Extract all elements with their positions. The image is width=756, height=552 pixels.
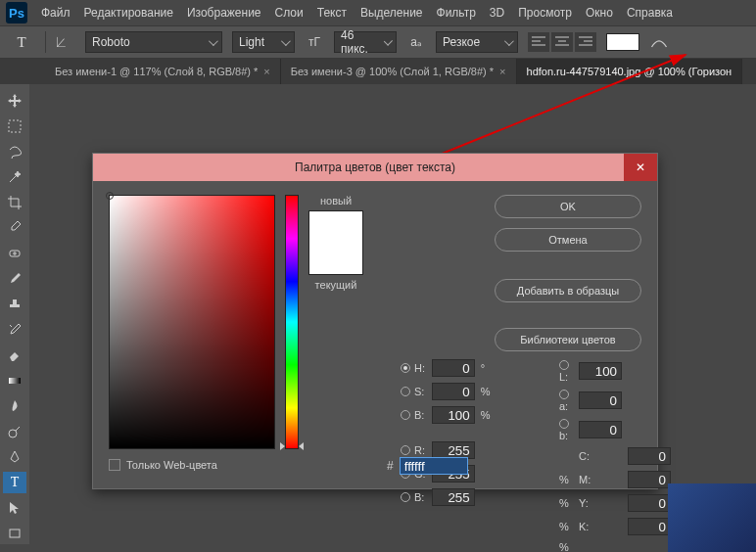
new-color-label: новый xyxy=(320,195,352,207)
radio-b2[interactable] xyxy=(559,419,569,429)
eyedropper-tool[interactable] xyxy=(3,217,26,239)
options-bar: T ⟀ Roboto Light тГ 46 пикс. aₐ Резкое xyxy=(0,25,756,59)
dialog-title: Палитра цветов (цвет текста) xyxy=(295,161,455,174)
c-input[interactable] xyxy=(628,447,671,465)
menu-file[interactable]: Файл xyxy=(41,6,71,20)
s-input[interactable] xyxy=(432,383,475,400)
lab-cmyk-values: L: a: b: C:% M:% Y:% K:% xyxy=(559,359,671,552)
k-input[interactable] xyxy=(628,518,671,535)
color-preview xyxy=(308,210,363,275)
type-tool[interactable]: T xyxy=(3,472,26,493)
menu-edit[interactable]: Редактирование xyxy=(84,6,173,20)
menu-window[interactable]: Окно xyxy=(586,6,613,20)
hue-marker xyxy=(281,442,303,450)
menu-filter[interactable]: Фильтр xyxy=(437,6,476,20)
menu-text[interactable]: Текст xyxy=(317,6,347,20)
document-tabs: Без имени-1 @ 117% (Слой 8, RGB/8#) *× Б… xyxy=(0,59,756,84)
font-weight-select[interactable]: Light xyxy=(232,31,295,53)
hex-input[interactable] xyxy=(400,457,468,475)
svg-rect-5 xyxy=(10,529,20,537)
path-select-tool[interactable] xyxy=(3,497,26,519)
dodge-tool[interactable] xyxy=(3,421,26,442)
text-align-group xyxy=(528,32,596,52)
separator xyxy=(45,31,46,53)
color-picker-dialog: Палитра цветов (цвет текста) ✕ новый тек… xyxy=(92,153,658,489)
add-swatch-button[interactable]: Добавить в образцы xyxy=(495,279,641,302)
svg-rect-3 xyxy=(9,378,21,384)
warp-text-icon[interactable] xyxy=(649,32,669,52)
close-icon[interactable]: × xyxy=(263,66,269,77)
tool-indicator[interactable]: T xyxy=(8,30,35,54)
checkbox-icon xyxy=(109,459,120,471)
sv-cursor xyxy=(106,192,114,200)
menu-bar: Ps Файл Редактирование Изображение Слои … xyxy=(0,0,756,25)
wand-tool[interactable] xyxy=(3,166,26,188)
menu-select[interactable]: Выделение xyxy=(360,6,423,20)
dialog-titlebar[interactable]: Палитра цветов (цвет текста) ✕ xyxy=(93,154,657,181)
font-family-select[interactable]: Roboto xyxy=(85,31,222,53)
menu-layers[interactable]: Слои xyxy=(275,6,304,20)
canvas-preview xyxy=(668,483,756,552)
toolbox: T xyxy=(0,84,29,544)
brush-tool[interactable] xyxy=(3,268,26,290)
menu-image[interactable]: Изображение xyxy=(187,6,261,20)
radio-h[interactable] xyxy=(401,363,410,373)
current-color-label: текущий xyxy=(315,279,357,291)
document-tab[interactable]: hdfon.ru-447579140.jpg @ 100% (Горизон xyxy=(517,59,743,84)
document-tab[interactable]: Без имени-1 @ 117% (Слой 8, RGB/8#) *× xyxy=(45,59,281,84)
svg-text:⟀: ⟀ xyxy=(57,33,66,50)
align-left-button[interactable] xyxy=(528,32,549,52)
antialias-select[interactable]: Резкое xyxy=(436,31,518,53)
hash-label: # xyxy=(387,459,394,473)
history-brush-tool[interactable] xyxy=(3,319,26,341)
app-logo: Ps xyxy=(6,2,27,23)
text-color-swatch[interactable] xyxy=(606,33,639,51)
rectangle-tool[interactable] xyxy=(3,523,26,544)
radio-s[interactable] xyxy=(401,387,410,396)
bb-input[interactable] xyxy=(432,488,475,506)
close-button[interactable]: ✕ xyxy=(624,154,657,181)
web-only-checkbox[interactable]: Только Web-цвета xyxy=(109,459,363,471)
svg-point-4 xyxy=(9,430,17,437)
pen-tool[interactable] xyxy=(3,446,26,468)
antialias-icon: aₐ xyxy=(406,32,426,52)
gradient-tool[interactable] xyxy=(3,370,26,391)
marquee-tool[interactable] xyxy=(3,115,26,137)
document-tab[interactable]: Без имени-3 @ 100% (Слой 1, RGB/8#) *× xyxy=(281,59,517,84)
menu-help[interactable]: Справка xyxy=(627,6,673,20)
hex-row: # xyxy=(387,457,468,475)
text-orientation-icon[interactable]: ⟀ xyxy=(56,32,75,52)
menu-view[interactable]: Просмотр xyxy=(518,6,572,20)
stamp-tool[interactable] xyxy=(3,294,26,315)
y-input[interactable] xyxy=(628,494,671,512)
lasso-tool[interactable] xyxy=(3,141,26,162)
l-input[interactable] xyxy=(579,362,622,380)
saturation-value-picker[interactable] xyxy=(109,195,275,449)
heal-tool[interactable] xyxy=(3,243,26,264)
hue-slider[interactable] xyxy=(285,195,299,449)
b-input[interactable] xyxy=(432,406,475,424)
a-input[interactable] xyxy=(579,391,622,409)
cancel-button[interactable]: Отмена xyxy=(495,228,641,252)
move-tool[interactable] xyxy=(3,90,26,112)
m-input[interactable] xyxy=(628,471,671,488)
eraser-tool[interactable] xyxy=(3,345,26,366)
align-right-button[interactable] xyxy=(575,32,596,52)
font-size-select[interactable]: 46 пикс. xyxy=(334,31,397,53)
font-size-icon: тГ xyxy=(305,32,324,52)
blur-tool[interactable] xyxy=(3,395,26,417)
radio-b[interactable] xyxy=(401,410,410,420)
crop-tool[interactable] xyxy=(3,192,26,213)
h-input[interactable] xyxy=(432,359,475,377)
b2-input[interactable] xyxy=(579,421,622,438)
color-libraries-button[interactable]: Библиотеки цветов xyxy=(495,328,641,351)
radio-bb[interactable] xyxy=(401,492,410,502)
hsb-rgb-values: H:° S:% B:% R: G: B: xyxy=(401,359,490,506)
radio-l[interactable] xyxy=(559,360,569,370)
close-icon[interactable]: × xyxy=(499,66,505,77)
align-center-button[interactable] xyxy=(551,32,573,52)
radio-a[interactable] xyxy=(559,390,569,399)
ok-button[interactable]: OK xyxy=(495,195,641,218)
menu-3d[interactable]: 3D xyxy=(490,6,504,20)
radio-r[interactable] xyxy=(401,445,410,455)
